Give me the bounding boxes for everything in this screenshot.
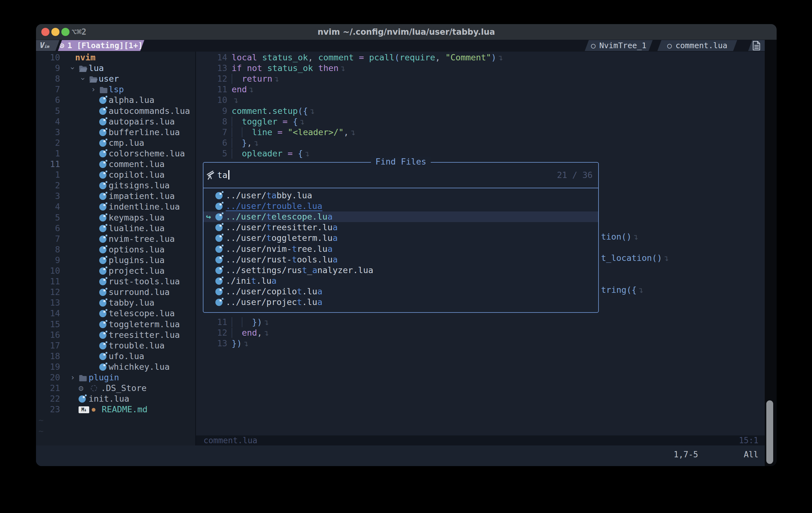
result-item[interactable]: ../user/trouble.lua	[203, 201, 598, 211]
eol-marker: ↴	[262, 328, 269, 337]
line-number: 21	[36, 383, 60, 393]
code-line[interactable]: 11end↴	[196, 84, 765, 95]
line-number: 9	[36, 255, 60, 266]
tree-row[interactable]: 7›lsp	[36, 84, 195, 95]
lua-file-icon	[79, 395, 86, 402]
tab-floating[interactable]: ⊙ 1 [Floating][1+]	[58, 40, 144, 51]
tree-row[interactable]: 3impatient.lua	[36, 191, 195, 202]
line-number: 8	[36, 244, 60, 255]
result-item[interactable]: ../user/toggleterm.lua	[203, 233, 598, 243]
code-editor[interactable]: 14local status_ok, comment = pcall(requi…	[196, 52, 765, 446]
tree-row[interactable]: 2cmp.lua	[36, 138, 195, 148]
line-number: 12	[196, 73, 227, 84]
tree-row[interactable]: 12surround.lua	[36, 287, 195, 298]
result-item[interactable]: ../user/project.lua	[203, 297, 598, 307]
tree-row[interactable]: 17trouble.lua	[36, 340, 195, 351]
result-item[interactable]: ./init.lua	[203, 276, 598, 286]
tree-filler-line: ~	[36, 426, 195, 436]
lua-file-icon	[99, 289, 107, 296]
code-line[interactable]: 13})↴	[196, 338, 765, 349]
code-line[interactable]: 11▏ ▏ })↴	[196, 317, 765, 328]
result-item[interactable]: ../user/tabby.lua	[203, 190, 598, 201]
tab-comment-lua[interactable]: ○ comment.lua	[657, 40, 737, 51]
file-label: bufferline.lua	[109, 127, 180, 138]
tree-row[interactable]: 4indentline.lua	[36, 202, 195, 212]
eol-marker: ↴	[338, 63, 345, 73]
scrollbar-track[interactable]	[765, 40, 777, 466]
eol-marker: ↴	[272, 74, 279, 84]
tree-row[interactable]: 16treesitter.lua	[36, 330, 195, 340]
tree-row[interactable]: 13tabby.lua	[36, 298, 195, 308]
code-line[interactable]: 9comment.setup({↴	[196, 106, 765, 116]
result-item[interactable]: ../settings/rust_analyzer.lua	[203, 265, 598, 276]
result-item[interactable]: ../user/rust-tools.lua	[203, 254, 598, 265]
file-label: autocommands.lua	[109, 106, 190, 116]
code-line[interactable]: 6▏ },↴	[196, 138, 765, 148]
tree-row[interactable]: 19whichkey.lua	[36, 362, 195, 372]
line-number: 3	[36, 127, 60, 138]
code-line[interactable]: 7▏ ▏ line = "<leader>/",↴	[196, 127, 765, 138]
chevron-down-icon: ›	[78, 77, 88, 81]
tree-row[interactable]: 15toggleterm.lua	[36, 319, 195, 330]
file-label: telescope.lua	[109, 308, 175, 319]
tree-row[interactable]: 18ufo.lua	[36, 351, 195, 362]
tree-row[interactable]: 14telescope.lua	[36, 308, 195, 319]
tab-nvimtree[interactable]: ○ NvimTree_1	[585, 40, 652, 51]
tree-row[interactable]: 11comment.lua	[36, 159, 195, 170]
line-number: 1	[36, 170, 60, 180]
tree-row[interactable]: 8options.lua	[36, 244, 195, 255]
tree-row[interactable]: 11rust-tools.lua	[36, 276, 195, 287]
code-line[interactable]: 14local status_ok, comment = pcall(requi…	[196, 52, 765, 63]
line-number: 4	[36, 202, 60, 212]
tree-row[interactable]: 8›user	[36, 73, 195, 84]
tree-row[interactable]: 3bufferline.lua	[36, 127, 195, 138]
tree-row[interactable]: 10project.lua	[36, 266, 195, 276]
tree-row[interactable]: 1colorscheme.lua	[36, 148, 195, 159]
eol-marker: ↴	[252, 138, 259, 148]
result-item[interactable]: ../user/nvim-tree.lua	[203, 244, 598, 254]
tree-row[interactable]: 4autopairs.lua	[36, 116, 195, 127]
result-item[interactable]: ../user/copilot.lua	[203, 286, 598, 297]
code-line[interactable]: 12▏ return↴	[196, 73, 765, 84]
buffer-list-button[interactable]	[748, 40, 765, 51]
code-line[interactable]: 10↴	[196, 95, 765, 105]
chevron-right-icon: ›	[91, 84, 95, 95]
result-item[interactable]: ↪../user/telescope.lua	[203, 211, 598, 222]
tree-row[interactable]: 21⚙.DS_Store	[36, 383, 195, 393]
tree-row[interactable]: 6lualine.lua	[36, 223, 195, 234]
tree-row[interactable]: 6alpha.lua	[36, 95, 195, 105]
tree-row[interactable]: 5autocommands.lua	[36, 106, 195, 116]
file-label: gitsigns.lua	[109, 180, 170, 191]
code-line[interactable]: 8▏ toggler = {↴	[196, 116, 765, 127]
line-number: 13	[196, 63, 227, 73]
tree-row[interactable]: 10nvim	[36, 52, 195, 63]
tree-row[interactable]: 23M↓README.md	[36, 404, 195, 415]
result-item[interactable]: ../user/treesitter.lua	[203, 222, 598, 233]
tree-row[interactable]: 22init.lua	[36, 393, 195, 404]
gear-icon: ⚙	[79, 383, 84, 393]
file-label: plugin	[89, 372, 119, 383]
tree-row[interactable]: 5keymaps.lua	[36, 212, 195, 223]
scrollbar-thumb[interactable]	[766, 400, 773, 464]
lua-file-icon	[99, 236, 107, 243]
tree-filler-line: ~	[36, 415, 195, 425]
file-label: whichkey.lua	[109, 362, 170, 372]
line-number: 2	[36, 138, 60, 148]
cursor-ruler: 1,7-5	[674, 450, 698, 459]
window-titlebar[interactable]: ⌥⌘2 nvim ~/.config/nvim/lua/user/tabby.l…	[36, 24, 777, 40]
tree-row[interactable]: 9›lua	[36, 63, 195, 73]
tree-row[interactable]: 20›plugin	[36, 372, 195, 383]
tab-label: 1 [Floating][1+]	[67, 41, 143, 50]
line-number: 9	[196, 106, 227, 116]
code-line[interactable]: 13if not status_ok then↴	[196, 63, 765, 73]
tree-row[interactable]: 9plugins.lua	[36, 255, 195, 266]
file-label: trouble.lua	[109, 340, 165, 351]
search-input[interactable]: ta 21 / 36	[203, 163, 598, 188]
code-line[interactable]: 12▏ end,↴	[196, 328, 765, 338]
tree-row[interactable]: 2gitsigns.lua	[36, 180, 195, 191]
nvimtree-pane[interactable]: 10nvim9›lua8›user7›lsp6alpha.lua5autocom…	[36, 52, 195, 446]
file-label: ufo.lua	[109, 351, 144, 362]
tree-row[interactable]: 1copilot.lua	[36, 170, 195, 180]
lua-file-icon	[99, 332, 107, 339]
tree-row[interactable]: 7nvim-tree.lua	[36, 234, 195, 244]
